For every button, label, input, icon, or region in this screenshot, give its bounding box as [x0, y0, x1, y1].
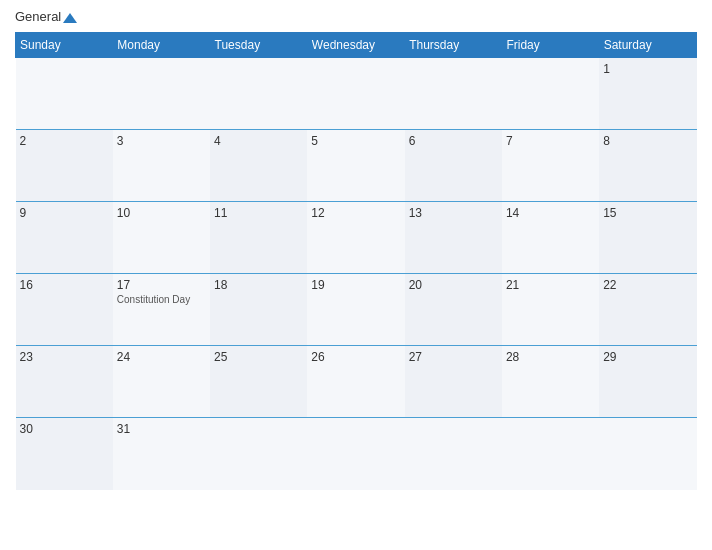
calendar-cell	[502, 58, 599, 130]
day-number: 7	[506, 134, 595, 148]
day-number: 17	[117, 278, 206, 292]
day-number: 6	[409, 134, 498, 148]
calendar-cell: 8	[599, 130, 696, 202]
calendar-cell: 28	[502, 346, 599, 418]
calendar-table: SundayMondayTuesdayWednesdayThursdayFrid…	[15, 32, 697, 490]
day-number: 29	[603, 350, 692, 364]
week-row-4: 23242526272829	[16, 346, 697, 418]
week-row-2: 9101112131415	[16, 202, 697, 274]
calendar-cell: 11	[210, 202, 307, 274]
calendar-cell	[502, 418, 599, 490]
calendar-header: General	[15, 10, 697, 24]
day-number: 10	[117, 206, 206, 220]
day-number: 19	[311, 278, 400, 292]
calendar-cell: 9	[16, 202, 113, 274]
day-number: 27	[409, 350, 498, 364]
day-number: 20	[409, 278, 498, 292]
day-number: 9	[20, 206, 109, 220]
calendar-cell: 15	[599, 202, 696, 274]
calendar-cell: 5	[307, 130, 404, 202]
weekday-header-monday: Monday	[113, 33, 210, 58]
calendar-cell: 20	[405, 274, 502, 346]
calendar-cell: 30	[16, 418, 113, 490]
day-number: 26	[311, 350, 400, 364]
day-number: 13	[409, 206, 498, 220]
day-number: 3	[117, 134, 206, 148]
weekday-header-tuesday: Tuesday	[210, 33, 307, 58]
day-number: 1	[603, 62, 692, 76]
calendar-cell: 4	[210, 130, 307, 202]
event-label: Constitution Day	[117, 294, 206, 306]
calendar-cell	[405, 418, 502, 490]
day-number: 23	[20, 350, 109, 364]
week-row-1: 2345678	[16, 130, 697, 202]
calendar-cell: 17Constitution Day	[113, 274, 210, 346]
day-number: 18	[214, 278, 303, 292]
weekday-header-friday: Friday	[502, 33, 599, 58]
calendar-cell: 12	[307, 202, 404, 274]
logo: General	[15, 10, 77, 24]
logo-general-text: General	[15, 10, 77, 24]
day-number: 31	[117, 422, 206, 436]
day-number: 14	[506, 206, 595, 220]
calendar-cell: 19	[307, 274, 404, 346]
calendar-cell: 16	[16, 274, 113, 346]
calendar-cell	[210, 58, 307, 130]
calendar-cell: 13	[405, 202, 502, 274]
day-number: 24	[117, 350, 206, 364]
day-number: 12	[311, 206, 400, 220]
week-row-3: 1617Constitution Day1819202122	[16, 274, 697, 346]
calendar-cell: 27	[405, 346, 502, 418]
calendar-cell: 29	[599, 346, 696, 418]
day-number: 30	[20, 422, 109, 436]
calendar-cell: 3	[113, 130, 210, 202]
weekday-header-saturday: Saturday	[599, 33, 696, 58]
calendar-cell: 2	[16, 130, 113, 202]
day-number: 25	[214, 350, 303, 364]
day-number: 28	[506, 350, 595, 364]
calendar-thead: SundayMondayTuesdayWednesdayThursdayFrid…	[16, 33, 697, 58]
day-number: 22	[603, 278, 692, 292]
day-number: 11	[214, 206, 303, 220]
weekday-header-sunday: Sunday	[16, 33, 113, 58]
calendar-cell: 26	[307, 346, 404, 418]
day-number: 2	[20, 134, 109, 148]
weekday-header-wednesday: Wednesday	[307, 33, 404, 58]
calendar-cell: 14	[502, 202, 599, 274]
day-number: 8	[603, 134, 692, 148]
calendar-container: General SundayMondayTuesdayWednesdayThur…	[0, 0, 712, 550]
calendar-cell: 22	[599, 274, 696, 346]
calendar-cell: 1	[599, 58, 696, 130]
calendar-cell	[307, 58, 404, 130]
calendar-cell	[599, 418, 696, 490]
day-number: 21	[506, 278, 595, 292]
day-number: 15	[603, 206, 692, 220]
calendar-tbody: 1234567891011121314151617Constitution Da…	[16, 58, 697, 490]
calendar-cell: 25	[210, 346, 307, 418]
day-number: 4	[214, 134, 303, 148]
calendar-cell	[113, 58, 210, 130]
weekday-header-row: SundayMondayTuesdayWednesdayThursdayFrid…	[16, 33, 697, 58]
day-number: 5	[311, 134, 400, 148]
weekday-header-thursday: Thursday	[405, 33, 502, 58]
week-row-0: 1	[16, 58, 697, 130]
calendar-cell: 6	[405, 130, 502, 202]
calendar-cell	[405, 58, 502, 130]
calendar-cell: 10	[113, 202, 210, 274]
logo-triangle-icon	[63, 13, 77, 23]
calendar-cell: 7	[502, 130, 599, 202]
calendar-cell	[210, 418, 307, 490]
week-row-5: 3031	[16, 418, 697, 490]
calendar-cell: 31	[113, 418, 210, 490]
calendar-cell: 24	[113, 346, 210, 418]
calendar-cell: 21	[502, 274, 599, 346]
calendar-cell: 23	[16, 346, 113, 418]
calendar-cell	[307, 418, 404, 490]
calendar-cell	[16, 58, 113, 130]
day-number: 16	[20, 278, 109, 292]
calendar-cell: 18	[210, 274, 307, 346]
